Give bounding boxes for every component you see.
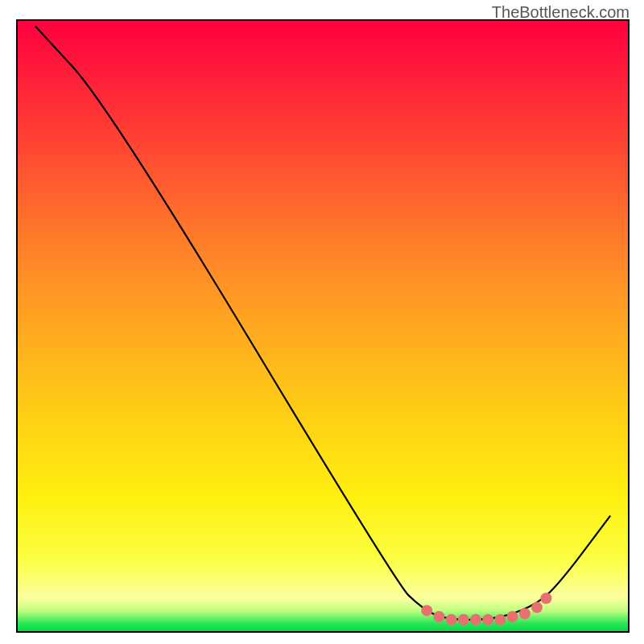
optimal-range-marker <box>421 605 432 616</box>
bottleneck-chart <box>0 0 644 644</box>
chart-container: TheBottleneck.com <box>0 0 644 644</box>
optimal-range-marker <box>531 602 543 613</box>
optimal-range-marker <box>433 611 444 622</box>
optimal-range-marker <box>482 614 493 625</box>
optimal-range-marker <box>519 608 530 619</box>
optimal-range-marker <box>458 614 469 625</box>
optimal-range-marker <box>540 592 551 604</box>
svg-rect-0 <box>17 20 629 632</box>
attribution-text: TheBottleneck.com <box>492 3 630 22</box>
optimal-range-marker <box>494 614 506 625</box>
optimal-range-marker <box>446 614 457 625</box>
optimal-range-marker <box>470 614 481 625</box>
optimal-range-marker <box>507 611 518 622</box>
